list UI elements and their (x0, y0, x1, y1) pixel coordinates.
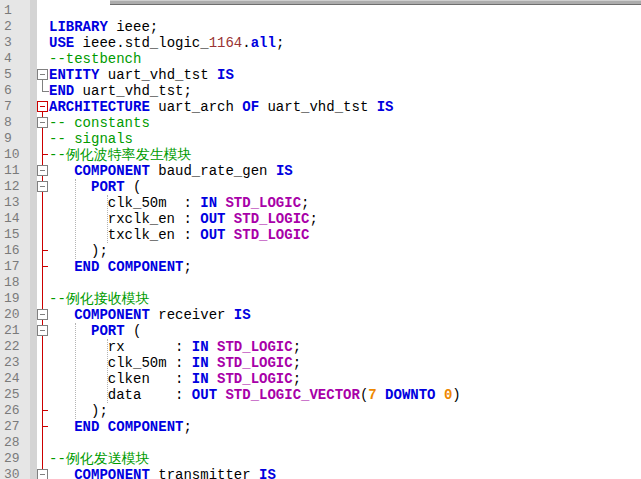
line-number: 9 (0, 131, 30, 147)
code-line[interactable]: rxclk_en : OUT STD_LOGIC; (0, 211, 641, 227)
code-token-pln: baud_rate_gen (150, 163, 276, 179)
fold-collapse-button[interactable] (37, 309, 48, 320)
code-token-kw: IS (234, 307, 251, 323)
code-line[interactable]: END uart_vhd_tst; (0, 83, 641, 99)
code-token-pln: data : (49, 387, 192, 403)
line-number: 14 (0, 211, 30, 227)
code-token-kw: END (74, 259, 99, 275)
code-token-kw: IS (217, 67, 234, 83)
fold-collapse-button[interactable] (37, 165, 48, 176)
code-token-pln (436, 387, 444, 403)
code-token-pln: uart_vhd_tst; (74, 83, 192, 99)
code-token-pln (225, 211, 233, 227)
code-line[interactable]: -- constants (0, 115, 641, 131)
fold-collapse-button[interactable] (37, 181, 48, 192)
fold-collapse-button[interactable] (37, 101, 48, 112)
code-token-typ: STD_LOGIC (217, 371, 293, 387)
line-number: 8 (0, 115, 30, 131)
code-token-kw: ARCHITECTURE (49, 99, 150, 115)
code-token-com: --testbench (49, 51, 141, 67)
code-token-pln (99, 419, 107, 435)
code-token-pln (209, 339, 217, 355)
code-line[interactable]: ); (0, 403, 641, 419)
code-token-pln: transmitter (150, 467, 259, 479)
code-token-pln: ; (276, 35, 284, 51)
code-line[interactable]: COMPONENT transmitter IS (0, 467, 641, 479)
code-line[interactable]: --例化波特率发生模块 (0, 147, 641, 163)
code-line[interactable]: USE ieee.std_logic_1164.all; (0, 35, 641, 51)
code-token-kw: IS (259, 467, 276, 479)
line-number: 10 (0, 147, 30, 163)
line-number: 20 (0, 307, 30, 323)
line-number: 27 (0, 419, 30, 435)
line-number: 5 (0, 67, 30, 83)
code-line[interactable]: PORT ( (0, 179, 641, 195)
code-line[interactable]: COMPONENT receiver IS (0, 307, 641, 323)
code-token-com: --例化发送模块 (49, 451, 150, 467)
code-line[interactable] (0, 275, 641, 291)
code-token-pln (209, 355, 217, 371)
code-token-kw: OUT (192, 387, 217, 403)
line-number: 30 (0, 467, 30, 479)
minus-icon (40, 74, 45, 75)
code-line[interactable]: clken : IN STD_LOGIC; (0, 371, 641, 387)
line-number: 26 (0, 403, 30, 419)
fold-collapse-button[interactable] (37, 325, 48, 336)
line-number: 3 (0, 35, 30, 51)
code-line[interactable]: PORT ( (0, 323, 641, 339)
code-line[interactable]: LIBRARY ieee; (0, 19, 641, 35)
minus-icon (40, 170, 45, 171)
code-token-pln: clken : (49, 371, 192, 387)
code-token-kw: IS (377, 99, 394, 115)
code-token-pln: txclk_en : (49, 227, 200, 243)
code-line[interactable]: rx : IN STD_LOGIC; (0, 339, 641, 355)
vhdl-code-editor[interactable]: LIBRARY ieee;USE ieee.std_logic_1164.all… (0, 0, 641, 479)
code-token-typ: STD_LOGIC (217, 355, 293, 371)
code-line[interactable]: --testbench (0, 51, 641, 67)
code-token-pln: ); (49, 403, 108, 419)
fold-collapse-button[interactable] (37, 469, 48, 479)
code-line[interactable]: ARCHITECTURE uart_arch OF uart_vhd_tst I… (0, 99, 641, 115)
fold-collapse-button[interactable] (37, 117, 48, 128)
code-token-pln: ) (452, 387, 460, 403)
code-token-kw: COMPONENT (74, 467, 150, 479)
code-line[interactable] (0, 435, 641, 451)
code-token-pln (49, 163, 74, 179)
code-token-pln: clk_50m : (49, 195, 200, 211)
code-line[interactable]: --例化发送模块 (0, 451, 641, 467)
code-line[interactable]: ); (0, 243, 641, 259)
minus-icon (40, 122, 45, 123)
line-number: 13 (0, 195, 30, 211)
code-line[interactable]: clk_50m : IN STD_LOGIC; (0, 195, 641, 211)
code-token-pln: uart_arch (150, 99, 242, 115)
code-line[interactable]: -- signals (0, 131, 641, 147)
line-number: 21 (0, 323, 30, 339)
code-line[interactable]: clk_50m : IN STD_LOGIC; (0, 355, 641, 371)
code-token-pln: ( (125, 179, 142, 195)
code-line[interactable]: data : OUT STD_LOGIC_VECTOR(7 DOWNTO 0) (0, 387, 641, 403)
code-line[interactable]: --例化接收模块 (0, 291, 641, 307)
pane-splitter[interactable] (110, 0, 641, 5)
code-line[interactable]: txclk_en : OUT STD_LOGIC (0, 227, 641, 243)
code-token-pln (377, 387, 385, 403)
code-token-pln (209, 371, 217, 387)
code-line[interactable]: END COMPONENT; (0, 419, 641, 435)
code-token-kw: END (74, 419, 99, 435)
code-token-pln: ieee.std_logic_ (74, 35, 208, 51)
code-token-kw: ENTITY (49, 67, 99, 83)
code-token-kw: IS (276, 163, 293, 179)
code-token-typ: STD_LOGIC (225, 195, 301, 211)
fold-collapse-button[interactable] (37, 69, 48, 80)
code-token-pln (225, 227, 233, 243)
code-line[interactable] (0, 3, 641, 19)
line-number: 29 (0, 451, 30, 467)
code-token-typ: STD_LOGIC (234, 227, 310, 243)
line-number: 19 (0, 291, 30, 307)
line-number: 7 (0, 99, 30, 115)
code-token-kw: DOWNTO (385, 387, 435, 403)
code-line[interactable]: ENTITY uart_vhd_tst IS (0, 67, 641, 83)
code-line[interactable]: END COMPONENT; (0, 259, 641, 275)
code-token-typ: STD_LOGIC (217, 339, 293, 355)
code-line[interactable]: COMPONENT baud_rate_gen IS (0, 163, 641, 179)
code-token-pln: . (242, 35, 250, 51)
